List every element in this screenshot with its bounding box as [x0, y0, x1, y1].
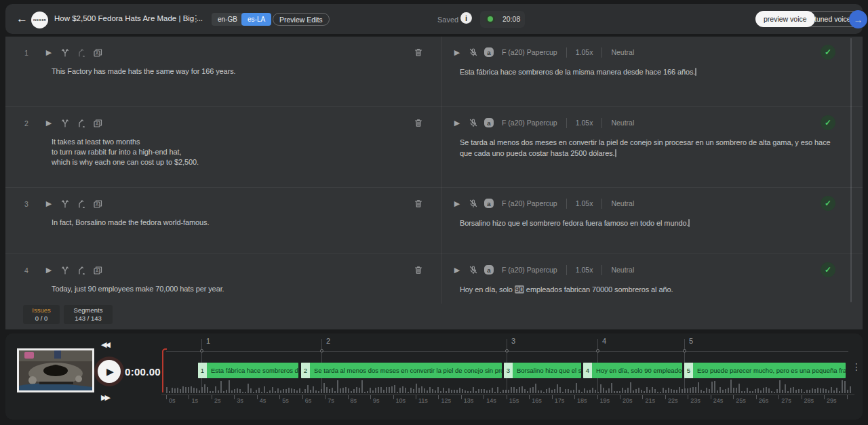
status-dot: [488, 16, 493, 22]
timeline-segment-block[interactable]: 3Borsalino hizo que el somb: [504, 363, 581, 378]
delete-segment-icon[interactable]: [413, 117, 424, 128]
timeline-more-icon[interactable]: ⋮: [852, 365, 861, 369]
svg-text:A: A: [96, 202, 99, 207]
segments-count: 143 / 143: [64, 315, 113, 323]
tone-value[interactable]: Neutral: [611, 48, 634, 56]
target-text[interactable]: Se tarda al menos dos meses en convertir…: [460, 137, 834, 159]
letter-a-icon[interactable]: a: [484, 118, 494, 127]
merge-segment-icon[interactable]: [76, 198, 87, 209]
voice-name[interactable]: F (a20) Papercup: [502, 199, 557, 207]
segment-number: 2: [24, 119, 28, 127]
duration-pill: 20:08: [480, 11, 525, 28]
overflow-menu-icon[interactable]: ⋮: [191, 13, 201, 24]
segments-tab[interactable]: Segments 143 / 143: [64, 305, 113, 324]
merge-segment-icon[interactable]: [76, 117, 87, 128]
speed-value[interactable]: 1.05x: [576, 119, 593, 127]
back-icon[interactable]: ←: [16, 12, 28, 26]
split-segment-icon[interactable]: [60, 117, 71, 128]
source-text[interactable]: This Factory has made hats the same way …: [52, 66, 415, 77]
fast-forward-button[interactable]: ▶▶: [101, 393, 108, 402]
target-text[interactable]: Borsalino hizo que el sombrero fedora fu…: [460, 218, 834, 228]
letter-a-icon[interactable]: a: [484, 265, 494, 275]
timeline-segment-block[interactable]: 2Se tarda al menos dos meses en converti…: [301, 363, 502, 378]
approved-check-icon[interactable]: ✓: [821, 45, 835, 60]
target-text[interactable]: Hoy en día, solo 90 empleados fabrican 7…: [460, 284, 834, 295]
arrow-right-icon: →: [854, 14, 863, 25]
split-segment-icon[interactable]: [60, 198, 71, 209]
marker-label: 4: [602, 337, 606, 345]
copy-translate-icon[interactable]: A: [92, 117, 103, 128]
marker-label: 1: [206, 337, 210, 345]
approved-check-icon[interactable]: ✓: [821, 262, 835, 277]
svg-text:A: A: [96, 51, 99, 56]
merge-segment-icon[interactable]: [76, 47, 87, 58]
source-language-badge[interactable]: en-GB: [212, 13, 243, 26]
play-segment-icon[interactable]: ▶: [43, 117, 54, 128]
issues-label: Issues: [23, 306, 60, 315]
play-dub-icon[interactable]: ▶: [452, 117, 462, 128]
source-text[interactable]: Today, just 90 employees make 70,000 hat…: [52, 284, 415, 294]
mic-off-icon[interactable]: [468, 47, 479, 58]
tone-value[interactable]: Neutral: [611, 119, 634, 127]
letter-a-icon[interactable]: a: [484, 47, 494, 57]
mic-off-icon[interactable]: [468, 198, 479, 209]
approved-check-icon[interactable]: ✓: [821, 196, 835, 211]
timeline-segment-block[interactable]: 4Hoy en día, solo 90 empleados fa: [583, 363, 682, 378]
split-segment-icon[interactable]: [60, 264, 71, 275]
submit-button[interactable]: →: [849, 10, 867, 28]
playhead[interactable]: [162, 350, 163, 392]
copy-translate-icon[interactable]: A: [92, 47, 103, 58]
delete-segment-icon[interactable]: [413, 198, 424, 209]
current-time: 0:00.00: [125, 366, 161, 378]
speed-value[interactable]: 1.05x: [576, 266, 593, 274]
copy-translate-icon[interactable]: A: [92, 264, 103, 275]
svg-text:A: A: [96, 268, 99, 273]
speed-value[interactable]: 1.05x: [576, 48, 593, 56]
info-icon[interactable]: i: [460, 12, 472, 24]
voice-name[interactable]: F (a20) Papercup: [502, 119, 557, 127]
dubbing-editor-app: ← INSIDER How $2,500 Fedora Hats Are Mad…: [0, 0, 868, 425]
segments-panel: 1 ▶ A This Factory has made hats the sam…: [5, 37, 863, 329]
segments-label: Segments: [64, 306, 113, 315]
play-button[interactable]: ▶: [98, 360, 121, 383]
segment-number: 3: [24, 200, 28, 208]
play-segment-icon[interactable]: ▶: [43, 264, 54, 275]
timeline-segment-block[interactable]: 1Esta fábrica hace sombreros de la m: [198, 363, 298, 378]
video-duration: 20:08: [502, 15, 520, 23]
segment-row: 3 ▶ A In fact, Borsalino made the fedora…: [5, 188, 863, 254]
split-segment-icon[interactable]: [60, 47, 71, 58]
letter-a-icon[interactable]: a: [484, 199, 494, 208]
copy-translate-icon[interactable]: A: [92, 198, 103, 209]
segment-number: 1: [24, 49, 28, 57]
target-text[interactable]: Esta fábrica hace sombreros de la misma …: [460, 66, 834, 77]
video-title: How $2,500 Fedora Hats Are Made | Big ..…: [54, 14, 203, 22]
segment-row: 1 ▶ A This Factory has made hats the sam…: [5, 37, 863, 107]
speed-value[interactable]: 1.05x: [576, 199, 593, 207]
segment-row: 4 ▶ A Today, just 90 employees make 70,0…: [5, 254, 863, 308]
source-text[interactable]: It takes at least two months to turn raw…: [52, 137, 415, 167]
preview-edits-button[interactable]: Preview Edits: [273, 13, 330, 26]
play-segment-icon[interactable]: ▶: [43, 47, 54, 58]
play-dub-icon[interactable]: ▶: [452, 47, 462, 58]
saved-status: Saved: [437, 16, 458, 24]
rewind-button[interactable]: ◀◀: [101, 340, 108, 349]
waveform: [166, 377, 851, 393]
voice-name[interactable]: F (a20) Papercup: [502, 266, 557, 274]
voice-name[interactable]: F (a20) Papercup: [502, 48, 557, 56]
delete-segment-icon[interactable]: [413, 47, 424, 58]
play-segment-icon[interactable]: ▶: [43, 198, 54, 209]
target-language-badge[interactable]: es-LA: [241, 13, 271, 26]
issues-tab[interactable]: Issues 0 / 0: [23, 305, 60, 324]
tone-value[interactable]: Neutral: [611, 199, 634, 207]
tone-value[interactable]: Neutral: [611, 266, 634, 274]
timeline-segment-block[interactable]: 5Eso puede parecer mucho, pero es una pe…: [684, 363, 846, 378]
merge-segment-icon[interactable]: [76, 264, 87, 275]
delete-segment-icon[interactable]: [413, 264, 424, 275]
mic-off-icon[interactable]: [468, 264, 479, 275]
top-bar: ← INSIDER How $2,500 Fedora Hats Are Mad…: [5, 4, 863, 34]
play-dub-icon[interactable]: ▶: [452, 264, 462, 275]
mic-off-icon[interactable]: [468, 117, 479, 128]
source-text[interactable]: In fact, Borsalino made the fedora world…: [52, 218, 415, 228]
approved-check-icon[interactable]: ✓: [821, 115, 835, 130]
play-dub-icon[interactable]: ▶: [452, 198, 462, 209]
